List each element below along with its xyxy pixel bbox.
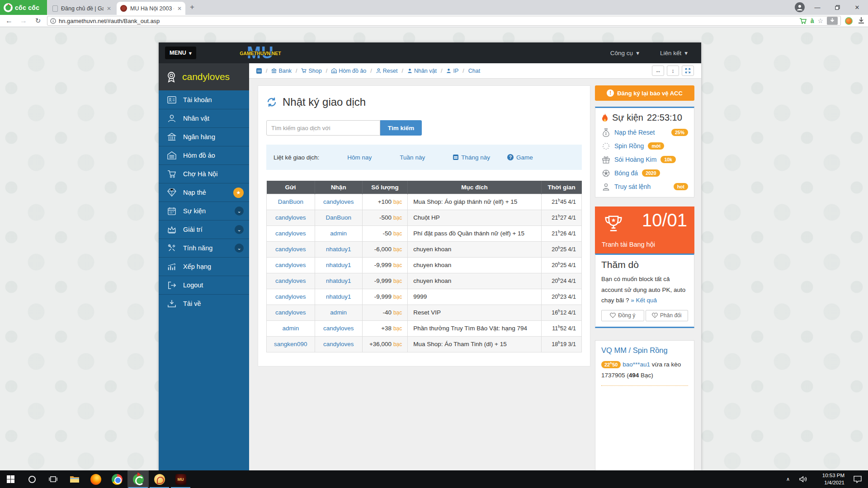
sender-link[interactable]: candyloves [275, 230, 306, 237]
sender-link[interactable]: candyloves [275, 309, 306, 316]
breadcrumb-home[interactable] [256, 68, 262, 74]
receiver-link[interactable]: nhatduy1 [326, 293, 351, 300]
url-omnibox[interactable]: hn.gamethuvn.net/#auth/Bank_out.asp à ☆ [47, 16, 841, 26]
start-button[interactable] [0, 470, 21, 488]
receiver-link[interactable]: candyloves [323, 325, 354, 332]
receiver-link[interactable]: candyloves [323, 341, 354, 347]
fullscreen-button[interactable] [682, 66, 694, 76]
sidebar-item-cho-ha-noi[interactable]: Chợ Hà Nội [159, 164, 249, 183]
taskbar-clock[interactable]: 10:53 PM 1/4/2021 [811, 472, 847, 486]
poll-agree-button[interactable]: Đồng ý [601, 310, 644, 321]
new-tab-button[interactable]: + [190, 3, 194, 12]
breadcrumb-chat[interactable]: Chat [468, 68, 480, 74]
sidebar-item-nhan-vat[interactable]: Nhân vật [159, 109, 249, 127]
bookmark-star-icon[interactable]: ☆ [817, 17, 823, 24]
sender-link[interactable]: sangken090 [274, 341, 307, 347]
breadcrumb-hom-do-ao[interactable]: Hòm đồ ảo [331, 68, 366, 74]
contest-banner[interactable]: 10/01 Tranh tài Bang hội [595, 206, 694, 253]
sender-link[interactable]: DanBuon [278, 198, 303, 205]
shopping-cart-icon[interactable] [799, 18, 807, 24]
chevron-down-icon[interactable]: ⌄ [235, 225, 244, 234]
sidebar-item-giai-tri[interactable]: Giải trí ⌄ [159, 220, 249, 239]
download-manager-icon[interactable] [858, 17, 864, 26]
sidebar-item-hom-do-ao[interactable]: Hòm đồ ảo [159, 146, 249, 164]
acc-protect-button[interactable]: ! Đăng ký lại bảo vệ ACC [595, 85, 694, 101]
tab-close-icon[interactable]: ✕ [177, 5, 182, 12]
sidebar-item-nap-the[interactable]: Nạp thẻ ★ [159, 183, 249, 202]
sidebar-item-logout[interactable]: Logout [159, 276, 249, 294]
vertical-resize-button[interactable]: ↕ [667, 66, 679, 76]
breadcrumb-bank[interactable]: Bank [271, 68, 292, 74]
sidebar-item-tai-ve[interactable]: Tải về [159, 294, 249, 313]
filter-month[interactable]: Tháng này [453, 154, 490, 161]
download-active-icon[interactable] [827, 17, 838, 25]
reload-icon[interactable]: ↻ [33, 16, 43, 26]
event-item-truy-sat-lenh[interactable]: Truy sát lệnh hot [601, 180, 688, 193]
poll-disagree-button[interactable]: Phản đối [646, 310, 689, 321]
action-center-button[interactable] [847, 476, 868, 483]
receiver-link[interactable]: admin [330, 230, 347, 237]
filter-week[interactable]: Tuần này [400, 154, 425, 161]
file-explorer-button[interactable] [64, 470, 85, 488]
back-icon[interactable]: ← [4, 16, 14, 26]
sidebar-item-su-kien[interactable]: Sự kiện ⌄ [159, 202, 249, 220]
chevron-down-icon[interactable]: ⌄ [235, 206, 244, 216]
task-view-button[interactable] [42, 470, 64, 488]
speaker-icon[interactable] [795, 476, 811, 483]
receiver-link[interactable]: nhatduy1 [326, 277, 351, 284]
receiver-link[interactable]: DanBuon [326, 214, 351, 221]
coccoc-savior-extension-icon[interactable] [845, 17, 853, 25]
tray-chevron-icon[interactable]: ∧ [781, 476, 795, 482]
mu-game-button[interactable]: MU [170, 470, 191, 488]
search-button[interactable]: Tìm kiếm [380, 120, 422, 136]
sender-link[interactable]: candyloves [275, 262, 306, 268]
vietnamese-typing-icon[interactable]: à [811, 17, 814, 24]
garena-button[interactable] [149, 470, 170, 488]
filter-game[interactable]: ?Game [507, 154, 533, 161]
menu-button[interactable]: MENU ▾ [165, 47, 196, 59]
breadcrumb-nhan-vat[interactable]: Nhân vật [407, 68, 437, 74]
sidebar-item-ngan-hang[interactable]: Ngân hàng [159, 127, 249, 146]
sender-link[interactable]: admin [282, 325, 299, 332]
window-maximize-button[interactable] [828, 0, 846, 15]
site-logo[interactable]: MU GAMETHUVN.NET [233, 44, 288, 62]
sender-link[interactable]: candyloves [275, 246, 306, 253]
window-minimize-button[interactable]: — [808, 0, 826, 15]
event-item-bong-da[interactable]: Bóng đá 2020 [601, 166, 688, 180]
coccoc-button[interactable] [127, 470, 149, 488]
url-text[interactable]: hn.gamethuvn.net/#auth/Bank_out.asp [59, 18, 797, 24]
horizontal-resize-button[interactable]: ↔ [652, 66, 664, 76]
receiver-link[interactable]: admin [330, 309, 347, 316]
breadcrumb-ip[interactable]: IP [446, 68, 458, 74]
sender-link[interactable]: candyloves [275, 277, 306, 284]
tab-mu-hanoi[interactable]: MU Hà Nội 2003 - Gameth ✕ [117, 2, 185, 15]
spin-feed-title[interactable]: VQ MM / Spin Rồng [601, 346, 688, 355]
sidebar-item-xep-hang[interactable]: Xếp hạng [159, 257, 249, 276]
chevron-down-icon[interactable]: ⌄ [235, 244, 244, 253]
breadcrumb-shop[interactable]: Shop [301, 68, 321, 74]
firefox-button[interactable] [85, 470, 106, 488]
poll-result-link[interactable]: » Kết quả [631, 297, 657, 304]
event-item-soi-hoang-kim[interactable]: Sói Hoàng Kim 10k [601, 153, 688, 166]
cortana-button[interactable] [21, 470, 42, 488]
chrome-button[interactable] [106, 470, 127, 488]
receiver-link[interactable]: candyloves [323, 198, 354, 205]
tab-close-icon[interactable]: ✕ [107, 5, 111, 12]
window-close-button[interactable]: ✕ [848, 0, 866, 15]
sender-link[interactable]: candyloves [275, 293, 306, 300]
breadcrumb-reset[interactable]: Reset [376, 68, 398, 74]
tab-dang-chu-de[interactable]: Đăng chủ đề | Game thủ V ✕ [49, 2, 115, 15]
receiver-link[interactable]: nhatduy1 [326, 246, 351, 253]
filter-today[interactable]: Hôm nay [347, 154, 372, 161]
search-input[interactable] [266, 120, 380, 136]
feed-user-link[interactable]: bao***au1 [623, 361, 650, 368]
nav-links-dropdown[interactable]: Liên kết ▾ [660, 49, 688, 56]
event-item-spin-rong[interactable]: Spin Rồng mới [601, 139, 688, 153]
sender-link[interactable]: candyloves [275, 214, 306, 221]
sidebar-item-tai-khoan[interactable]: Tài khoản [159, 90, 249, 109]
browser-profile-icon[interactable] [795, 2, 805, 12]
nav-tools-dropdown[interactable]: Công cụ ▾ [610, 49, 639, 56]
sidebar-item-tinh-nang[interactable]: Tính năng ⌄ [159, 239, 249, 257]
receiver-link[interactable]: nhatduy1 [326, 262, 351, 268]
event-item-nap-the-reset[interactable]: Nạp thẻ Reset 25% [601, 126, 688, 139]
